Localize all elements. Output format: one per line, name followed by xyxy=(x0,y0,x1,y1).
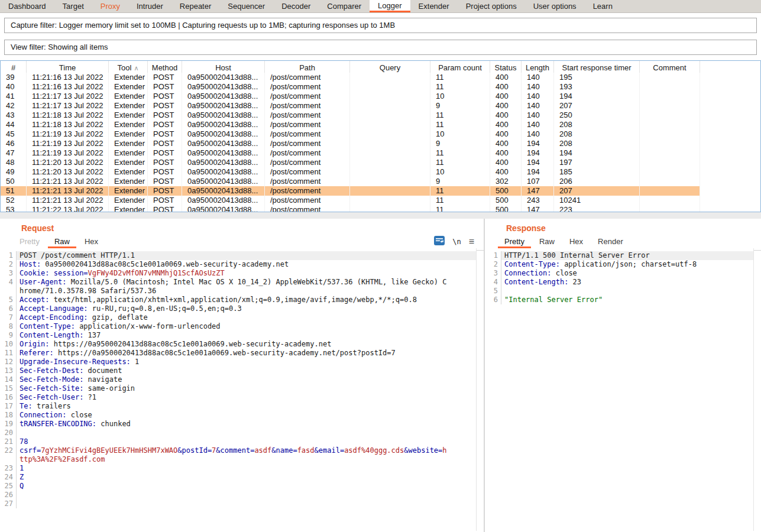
table-cell: 194 xyxy=(522,167,554,177)
table-cell: 400 xyxy=(490,129,522,139)
editor-line: 9Content-Length: 137 xyxy=(0,331,476,340)
table-cell: 400 xyxy=(490,120,522,129)
menu-tab-dashboard[interactable]: Dashboard xyxy=(0,0,54,12)
request-tab-pretty: Pretty xyxy=(13,234,46,248)
table-cell: /post/comment xyxy=(265,101,350,111)
editor-menu-icon[interactable]: ≡ xyxy=(469,238,474,246)
table-cell: 0a9500020413d88... xyxy=(182,139,265,148)
table-row[interactable]: 4211:21:17 13 Jul 2022ExtenderPOST0a9500… xyxy=(1,101,760,111)
table-row[interactable]: 4511:21:19 13 Jul 2022ExtenderPOST0a9500… xyxy=(1,129,760,139)
table-cell: 0a9500020413d88... xyxy=(182,73,265,82)
table-cell xyxy=(640,101,700,111)
table-cell: 40 xyxy=(1,82,27,92)
table-cell: 53 xyxy=(1,205,27,212)
table-cell: 42 xyxy=(1,101,27,111)
table-row[interactable]: 4311:21:18 13 Jul 2022ExtenderPOST0a9500… xyxy=(1,111,760,120)
table-cell: 500 xyxy=(490,196,522,205)
table-cell: 11:21:17 13 Jul 2022 xyxy=(27,101,109,111)
table-cell: 400 xyxy=(490,139,522,148)
table-row[interactable]: 5211:21:21 13 Jul 2022ExtenderPOST0a9500… xyxy=(1,196,760,205)
capture-filter-bar[interactable]: Capture filter: Logger memory limit set … xyxy=(4,18,757,33)
table-cell xyxy=(350,158,430,167)
response-tab-hex[interactable]: Hex xyxy=(563,234,590,248)
table-cell: 11:21:20 13 Jul 2022 xyxy=(27,167,109,177)
response-tab-render[interactable]: Render xyxy=(591,234,630,248)
line-number: 11 xyxy=(0,349,17,358)
editor-line: 10Origin: https://0a9500020413d88ac08c5c… xyxy=(0,340,476,349)
table-row[interactable]: 4411:21:18 13 Jul 2022ExtenderPOST0a9500… xyxy=(1,120,760,129)
menu-tab-decoder[interactable]: Decoder xyxy=(273,0,319,12)
table-cell: 9 xyxy=(430,139,490,148)
table-cell: 302 xyxy=(490,177,522,186)
table-row[interactable]: 4711:21:19 13 Jul 2022ExtenderPOST0a9500… xyxy=(1,148,760,158)
table-cell: 207 xyxy=(554,101,640,111)
request-editor[interactable]: 1POST /post/comment HTTP/1.12Host: 0a950… xyxy=(0,248,477,531)
line-number: 3 xyxy=(0,269,17,278)
table-row[interactable]: 5011:21:21 13 Jul 2022ExtenderPOST0a9500… xyxy=(1,177,760,186)
menu-tab-comparer[interactable]: Comparer xyxy=(319,0,370,12)
word-wrap-icon[interactable] xyxy=(434,236,445,248)
response-editor[interactable]: 1HTTP/1.1 500 Internal Server Error2Cont… xyxy=(485,248,754,531)
table-cell: 223 xyxy=(554,205,640,212)
table-cell: 400 xyxy=(490,167,522,177)
table-cell: Extender xyxy=(109,205,148,212)
menu-tab-intruder[interactable]: Intruder xyxy=(128,0,171,12)
line-number: 13 xyxy=(0,366,17,375)
menu-tab-proxy[interactable]: Proxy xyxy=(92,0,128,12)
table-row[interactable]: 4911:21:20 13 Jul 2022ExtenderPOST0a9500… xyxy=(1,167,760,177)
line-number: 22 xyxy=(0,446,17,464)
table-row[interactable]: 4011:21:16 13 Jul 2022ExtenderPOST0a9500… xyxy=(1,82,760,92)
horizontal-splitter[interactable] xyxy=(0,212,761,219)
request-tab-raw[interactable]: Raw xyxy=(48,234,76,248)
menu-tab-sequencer[interactable]: Sequencer xyxy=(219,0,273,12)
table-cell: /post/comment xyxy=(265,167,350,177)
table-cell: 0a9500020413d88... xyxy=(182,101,265,111)
table-cell: 11 xyxy=(430,205,490,212)
table-cell: 11 xyxy=(430,82,490,92)
table-cell: 195 xyxy=(554,73,640,82)
table-cell: 0a9500020413d88... xyxy=(182,158,265,167)
table-cell: 140 xyxy=(522,129,554,139)
table-cell: 140 xyxy=(522,82,554,92)
table-cell xyxy=(700,196,761,205)
menu-tab-project-options[interactable]: Project options xyxy=(458,0,525,12)
table-cell: Extender xyxy=(109,186,148,196)
request-tab-hex[interactable]: Hex xyxy=(78,234,105,248)
table-row[interactable]: 4811:21:20 13 Jul 2022ExtenderPOST0a9500… xyxy=(1,158,760,167)
menu-tab-repeater[interactable]: Repeater xyxy=(171,0,219,12)
editor-line: 8Content-Type: application/x-www-form-ur… xyxy=(0,322,476,331)
newline-visualization-icon[interactable]: \n xyxy=(452,238,461,246)
table-cell: 185 xyxy=(554,167,640,177)
table-cell: 11:21:19 13 Jul 2022 xyxy=(27,129,109,139)
table-cell: POST xyxy=(148,139,182,148)
line-number: 10 xyxy=(0,340,17,349)
line-number: 7 xyxy=(0,313,17,322)
menu-tab-user-options[interactable]: User options xyxy=(525,0,585,12)
menu-tab-learn[interactable]: Learn xyxy=(585,0,621,12)
main-menu-bar: DashboardTargetProxyIntruderRepeaterSequ… xyxy=(0,0,761,13)
table-cell: 140 xyxy=(522,111,554,120)
line-content: Sec-Fetch-User: ?1 xyxy=(17,393,476,402)
table-row[interactable]: 4611:21:19 13 Jul 2022ExtenderPOST0a9500… xyxy=(1,139,760,148)
table-cell: Extender xyxy=(109,196,148,205)
menu-tab-extender[interactable]: Extender xyxy=(410,0,458,12)
view-filter-bar[interactable]: View filter: Showing all items xyxy=(4,40,757,55)
line-content: tRANSFER-ENCODING: chunked xyxy=(17,420,476,429)
table-cell: POST xyxy=(148,205,182,212)
line-content: Cookie: session=VgFWy4D2vMfON7vMNMhjQ1Sc… xyxy=(17,269,476,278)
table-cell: 11 xyxy=(430,186,490,196)
menu-tab-logger[interactable]: Logger xyxy=(370,0,410,12)
menu-tab-target[interactable]: Target xyxy=(54,0,92,12)
response-tab-pretty[interactable]: Pretty xyxy=(498,234,531,248)
table-cell: 140 xyxy=(522,120,554,129)
table-row[interactable]: 5111:21:21 13 Jul 2022ExtenderPOST0a9500… xyxy=(1,186,760,196)
editor-line: 13Sec-Fetch-Dest: document xyxy=(0,366,476,375)
editor-line: 4Content-Length: 23 xyxy=(485,278,753,287)
response-tab-raw[interactable]: Raw xyxy=(533,234,561,248)
table-cell: 400 xyxy=(490,158,522,167)
table-cell xyxy=(350,196,430,205)
table-row[interactable]: 4111:21:17 13 Jul 2022ExtenderPOST0a9500… xyxy=(1,92,760,101)
table-row[interactable]: 3911:21:16 13 Jul 2022ExtenderPOST0a9500… xyxy=(1,73,760,82)
table-cell xyxy=(350,73,430,82)
table-row[interactable]: 5311:21:22 13 Jul 2022ExtenderPOST0a9500… xyxy=(1,205,760,212)
